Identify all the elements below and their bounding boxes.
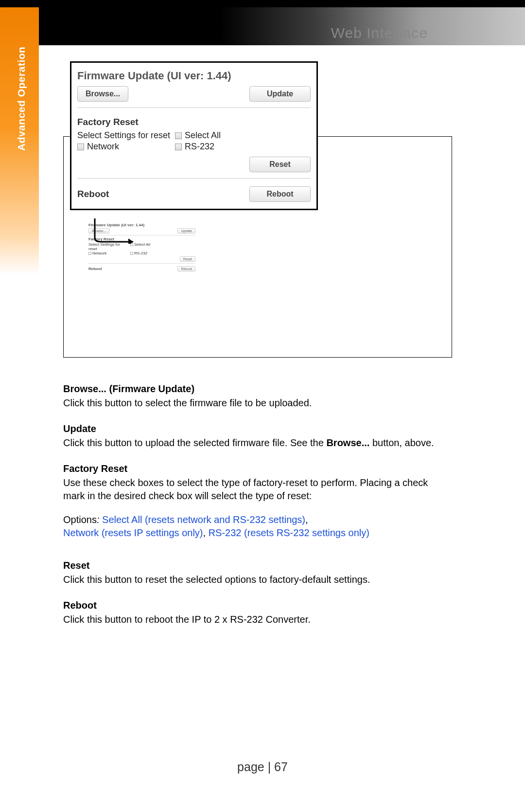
option-comma1: , bbox=[305, 514, 308, 525]
rs232-checkbox[interactable] bbox=[175, 144, 182, 150]
network-checkbox[interactable] bbox=[77, 144, 84, 150]
factory-reset-title: Factory Reset bbox=[77, 117, 311, 127]
reboot-button[interactable]: Reboot bbox=[249, 186, 311, 202]
select-all-checkbox[interactable] bbox=[175, 132, 182, 139]
para-update-part2: button, above. bbox=[369, 437, 434, 448]
para-reboot: Click this button to reboot the IP to 2 … bbox=[63, 613, 452, 626]
para-options: Options: Select All (resets network and … bbox=[63, 513, 452, 540]
para-update: Click this button to upload the selected… bbox=[63, 436, 452, 450]
header-bar: Web Interface bbox=[0, 7, 525, 45]
heading-browse: Browse... (Firmware Update) bbox=[63, 382, 452, 396]
para-update-part1: Click this button to upload the selected… bbox=[63, 437, 326, 448]
mini-rs232-label: RS-232 bbox=[134, 251, 147, 255]
heading-reset: Reset bbox=[63, 559, 452, 572]
mini-reboot-button: Reboot bbox=[177, 266, 195, 271]
option-comma2: , bbox=[203, 527, 209, 538]
side-tab: Advanced Operation bbox=[0, 7, 39, 275]
mini-reboot-title: Reboot bbox=[88, 267, 102, 271]
network-label: Network bbox=[87, 142, 119, 151]
browse-button[interactable]: Browse... bbox=[77, 86, 128, 102]
reset-button[interactable]: Reset bbox=[249, 157, 311, 172]
para-factory-reset: Use these check boxes to select the type… bbox=[63, 476, 452, 503]
mini-checkbox-icon bbox=[130, 252, 133, 255]
rs232-label: RS-232 bbox=[185, 142, 214, 151]
mini-network-label: Network bbox=[92, 251, 106, 255]
options-colon: : bbox=[97, 514, 102, 525]
heading-reboot: Reboot bbox=[63, 599, 452, 612]
heading-factory-reset: Factory Reset bbox=[63, 462, 452, 475]
mini-update-button: Update bbox=[177, 228, 195, 234]
heading-update: Update bbox=[63, 422, 452, 435]
option-rs232: RS-232 (resets RS-232 settings only) bbox=[209, 527, 369, 538]
document-body: Browse... (Firmware Update) Click this b… bbox=[63, 370, 452, 627]
mini-reset-button: Reset bbox=[180, 256, 195, 262]
select-all-label: Select All bbox=[185, 130, 221, 140]
para-update-bold: Browse... bbox=[326, 437, 369, 448]
option-network: Network (resets IP settings only) bbox=[63, 527, 203, 538]
options-prefix: Options bbox=[63, 514, 97, 525]
option-select-all: Select All (resets network and RS-232 se… bbox=[102, 514, 305, 525]
header-title: Web Interface bbox=[331, 25, 428, 41]
firmware-update-title: Firmware Update (UI ver: 1.44) bbox=[77, 70, 311, 82]
select-settings-label: Select Settings for reset bbox=[77, 130, 172, 141]
para-reset: Click this button to reset the selected … bbox=[63, 573, 452, 586]
side-tab-label: Advanced Operation bbox=[16, 47, 27, 151]
firmware-panel: Firmware Update (UI ver: 1.44) Browse...… bbox=[70, 61, 318, 210]
callout-arrow-icon bbox=[92, 218, 141, 244]
update-button[interactable]: Update bbox=[249, 86, 311, 102]
mini-checkbox-icon bbox=[88, 252, 91, 255]
page-number: page | 67 bbox=[0, 760, 525, 774]
top-black-stripe bbox=[0, 0, 525, 7]
para-browse: Click this button to select the firmware… bbox=[63, 397, 452, 410]
reboot-title: Reboot bbox=[77, 189, 109, 199]
